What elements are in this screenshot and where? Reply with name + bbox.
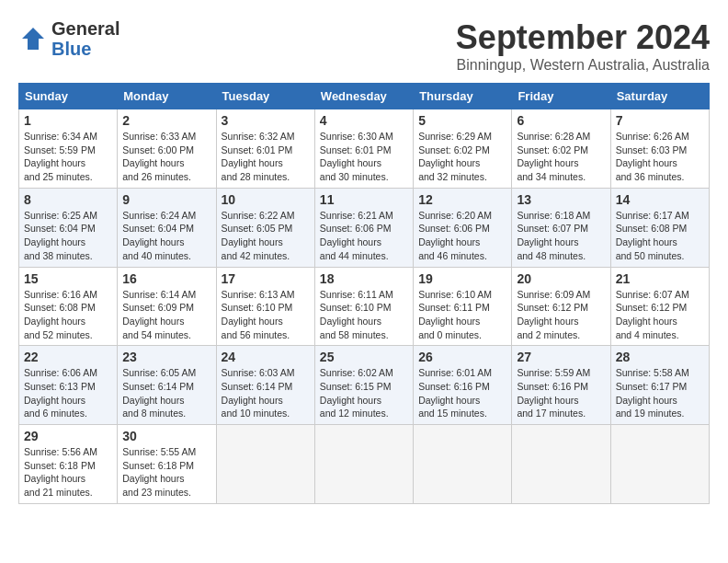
day-number: 29 — [24, 429, 112, 443]
day-number: 25 — [320, 350, 408, 364]
calendar-week-1: 1 Sunrise: 6:34 AMSunset: 5:59 PMDayligh… — [19, 109, 710, 189]
logo-line1: General — [51, 18, 119, 39]
day-info: Sunrise: 6:28 AMSunset: 6:02 PMDaylight … — [517, 130, 605, 184]
day-cell: 17 Sunrise: 6:13 AMSunset: 6:10 PMDaylig… — [216, 267, 314, 346]
header-tuesday: Tuesday — [216, 84, 314, 109]
day-info: Sunrise: 6:25 AMSunset: 6:04 PMDaylight … — [24, 209, 112, 263]
day-info: Sunrise: 6:30 AMSunset: 6:01 PMDaylight … — [320, 130, 408, 184]
day-number: 8 — [24, 192, 112, 207]
day-number: 26 — [418, 350, 506, 364]
day-info: Sunrise: 5:56 AMSunset: 6:18 PMDaylight … — [24, 445, 112, 500]
day-cell: 20 Sunrise: 6:09 AMSunset: 6:12 PMDaylig… — [512, 267, 610, 346]
day-info: Sunrise: 5:58 AMSunset: 6:17 PMDaylight … — [616, 366, 704, 420]
header-wednesday: Wednesday — [314, 84, 413, 109]
day-number: 14 — [616, 192, 704, 207]
day-number: 10 — [222, 192, 310, 207]
day-info: Sunrise: 5:59 AMSunset: 6:16 PMDaylight … — [517, 366, 605, 420]
page-header: General Blue September 2024 Binningup, W… — [18, 18, 710, 74]
day-number: 30 — [122, 429, 210, 443]
day-number: 3 — [222, 113, 310, 128]
logo: General Blue — [18, 18, 119, 59]
day-info: Sunrise: 6:20 AMSunset: 6:06 PMDaylight … — [418, 209, 506, 263]
day-cell: 5 Sunrise: 6:29 AMSunset: 6:02 PMDayligh… — [414, 109, 512, 189]
day-cell: 11 Sunrise: 6:21 AMSunset: 6:06 PMDaylig… — [314, 188, 413, 267]
day-cell: 1 Sunrise: 6:34 AMSunset: 5:59 PMDayligh… — [19, 109, 118, 189]
calendar-week-2: 8 Sunrise: 6:25 AMSunset: 6:04 PMDayligh… — [19, 188, 710, 267]
calendar-table: Sunday Monday Tuesday Wednesday Thursday… — [18, 83, 710, 504]
day-number: 4 — [320, 113, 408, 128]
calendar-week-4: 22 Sunrise: 6:06 AMSunset: 6:13 PMDaylig… — [19, 346, 710, 425]
day-cell: 6 Sunrise: 6:28 AMSunset: 6:02 PMDayligh… — [512, 109, 610, 189]
empty-cell — [512, 425, 610, 504]
empty-cell — [414, 425, 512, 504]
day-info: Sunrise: 6:22 AMSunset: 6:05 PMDaylight … — [222, 209, 310, 263]
day-info: Sunrise: 6:14 AMSunset: 6:09 PMDaylight … — [122, 288, 210, 342]
day-cell: 18 Sunrise: 6:11 AMSunset: 6:10 PMDaylig… — [314, 267, 413, 346]
day-info: Sunrise: 6:34 AMSunset: 5:59 PMDaylight … — [24, 130, 112, 184]
day-info: Sunrise: 6:21 AMSunset: 6:06 PMDaylight … — [320, 209, 408, 263]
day-info: Sunrise: 6:18 AMSunset: 6:07 PMDaylight … — [517, 209, 605, 263]
empty-cell — [610, 425, 709, 504]
day-info: Sunrise: 6:16 AMSunset: 6:08 PMDaylight … — [24, 288, 112, 342]
day-number: 7 — [616, 113, 704, 128]
day-cell: 9 Sunrise: 6:24 AMSunset: 6:04 PMDayligh… — [118, 188, 216, 267]
day-number: 12 — [418, 192, 506, 207]
day-cell: 21 Sunrise: 6:07 AMSunset: 6:12 PMDaylig… — [610, 267, 709, 346]
day-number: 21 — [616, 271, 704, 286]
day-cell: 27 Sunrise: 5:59 AMSunset: 6:16 PMDaylig… — [512, 346, 610, 425]
day-number: 2 — [122, 113, 210, 128]
day-cell: 14 Sunrise: 6:17 AMSunset: 6:08 PMDaylig… — [610, 188, 709, 267]
day-number: 11 — [320, 192, 408, 207]
calendar-header-row: Sunday Monday Tuesday Wednesday Thursday… — [19, 84, 710, 109]
logo-icon — [18, 24, 48, 53]
empty-cell — [216, 425, 314, 504]
day-cell: 15 Sunrise: 6:16 AMSunset: 6:08 PMDaylig… — [19, 267, 118, 346]
day-number: 27 — [517, 350, 605, 364]
day-info: Sunrise: 6:11 AMSunset: 6:10 PMDaylight … — [320, 288, 408, 342]
day-number: 6 — [517, 113, 605, 128]
day-info: Sunrise: 6:33 AMSunset: 6:00 PMDaylight … — [122, 130, 210, 184]
day-cell: 10 Sunrise: 6:22 AMSunset: 6:05 PMDaylig… — [216, 188, 314, 267]
day-number: 17 — [222, 271, 310, 286]
day-number: 23 — [122, 350, 210, 364]
day-info: Sunrise: 6:29 AMSunset: 6:02 PMDaylight … — [418, 130, 506, 184]
day-number: 22 — [24, 350, 112, 364]
day-cell: 26 Sunrise: 6:01 AMSunset: 6:16 PMDaylig… — [414, 346, 512, 425]
day-info: Sunrise: 6:01 AMSunset: 6:16 PMDaylight … — [418, 366, 506, 420]
page-subtitle: Binningup, Western Australia, Australia — [456, 57, 710, 74]
title-block: September 2024 Binningup, Western Austra… — [456, 18, 710, 74]
day-cell: 30 Sunrise: 5:55 AMSunset: 6:18 PMDaylig… — [118, 425, 216, 504]
day-info: Sunrise: 6:13 AMSunset: 6:10 PMDaylight … — [222, 288, 310, 342]
day-cell: 13 Sunrise: 6:18 AMSunset: 6:07 PMDaylig… — [512, 188, 610, 267]
day-cell: 28 Sunrise: 5:58 AMSunset: 6:17 PMDaylig… — [610, 346, 709, 425]
day-info: Sunrise: 6:03 AMSunset: 6:14 PMDaylight … — [222, 366, 310, 420]
day-cell: 3 Sunrise: 6:32 AMSunset: 6:01 PMDayligh… — [216, 109, 314, 189]
day-number: 9 — [122, 192, 210, 207]
calendar-week-3: 15 Sunrise: 6:16 AMSunset: 6:08 PMDaylig… — [19, 267, 710, 346]
day-cell: 12 Sunrise: 6:20 AMSunset: 6:06 PMDaylig… — [414, 188, 512, 267]
header-saturday: Saturday — [610, 84, 709, 109]
day-info: Sunrise: 6:17 AMSunset: 6:08 PMDaylight … — [616, 209, 704, 263]
day-info: Sunrise: 6:06 AMSunset: 6:13 PMDaylight … — [24, 366, 112, 420]
header-monday: Monday — [118, 84, 216, 109]
day-info: Sunrise: 6:10 AMSunset: 6:11 PMDaylight … — [418, 288, 506, 342]
calendar-week-5: 29 Sunrise: 5:56 AMSunset: 6:18 PMDaylig… — [19, 425, 710, 504]
empty-cell — [314, 425, 413, 504]
day-number: 13 — [517, 192, 605, 207]
day-cell: 23 Sunrise: 6:05 AMSunset: 6:14 PMDaylig… — [118, 346, 216, 425]
header-sunday: Sunday — [19, 84, 118, 109]
day-cell: 22 Sunrise: 6:06 AMSunset: 6:13 PMDaylig… — [19, 346, 118, 425]
day-cell: 29 Sunrise: 5:56 AMSunset: 6:18 PMDaylig… — [19, 425, 118, 504]
day-number: 5 — [418, 113, 506, 128]
day-cell: 4 Sunrise: 6:30 AMSunset: 6:01 PMDayligh… — [314, 109, 413, 189]
day-cell: 2 Sunrise: 6:33 AMSunset: 6:00 PMDayligh… — [118, 109, 216, 189]
day-info: Sunrise: 6:26 AMSunset: 6:03 PMDaylight … — [616, 130, 704, 184]
logo-line2: Blue — [51, 39, 119, 59]
day-info: Sunrise: 6:07 AMSunset: 6:12 PMDaylight … — [616, 288, 704, 342]
day-info: Sunrise: 6:02 AMSunset: 6:15 PMDaylight … — [320, 366, 408, 420]
page-title: September 2024 — [456, 18, 710, 57]
day-cell: 24 Sunrise: 6:03 AMSunset: 6:14 PMDaylig… — [216, 346, 314, 425]
day-number: 19 — [418, 271, 506, 286]
svg-marker-0 — [22, 28, 44, 50]
day-info: Sunrise: 6:24 AMSunset: 6:04 PMDaylight … — [122, 209, 210, 263]
